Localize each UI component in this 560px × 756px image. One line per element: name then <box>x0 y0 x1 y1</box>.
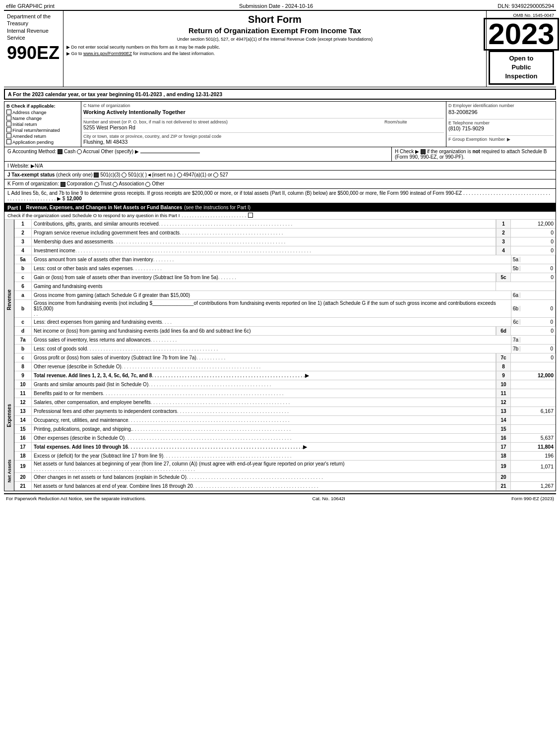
inline-value: 0 <box>520 266 555 271</box>
address-change-label: Address change <box>12 110 47 115</box>
footer-left: For Paperwork Reduction Act Notice, see … <box>6 496 146 501</box>
inline-line-label: 7a <box>511 337 520 343</box>
other-specify-field[interactable] <box>140 153 200 153</box>
row-description: Salaries, other compensation, and employ… <box>32 398 496 407</box>
irs-link[interactable]: www.irs.gov/Form990EZ <box>83 51 132 56</box>
line-ref-box: 16 <box>496 434 511 442</box>
row-description: Total expenses. Add lines 10 through 16 … <box>32 443 496 451</box>
row-number: 1 <box>14 220 32 228</box>
line-ref-box: 21 <box>496 482 511 490</box>
j-note: (check only one) <box>56 172 94 177</box>
name-change-checkbox[interactable] <box>6 116 11 120</box>
line-ref-box: 3 <box>496 237 511 246</box>
amended-return-checkbox[interactable] <box>6 133 11 138</box>
table-row: 9Total revenue. Add lines 1, 2, 3, 4, 5c… <box>14 371 556 380</box>
part1-title-note: (see the instructions for Part I) <box>184 205 250 210</box>
accrual-radio[interactable] <box>77 149 82 154</box>
h-checkbox[interactable] <box>421 149 426 154</box>
revenue-rows: 1Contributions, gifts, grants, and simil… <box>14 220 556 380</box>
row-number: 20 <box>14 473 32 481</box>
amount-cell: 196 <box>511 452 556 460</box>
table-row: bLess: cost or other basis and sales exp… <box>14 264 556 273</box>
row-number: b <box>14 345 32 353</box>
title-section: Department of the Treasury Internal Reve… <box>4 10 556 87</box>
initial-return-label: Initial return <box>12 121 37 127</box>
form-title1: Short Form <box>66 14 483 25</box>
row-number: 6 <box>14 282 32 291</box>
final-return-checkbox[interactable] <box>6 127 11 132</box>
check-amended-return: Amended return <box>6 133 79 139</box>
top-bar-center: Submission Date - 2024-10-16 <box>239 3 313 9</box>
col-def: D Employer identification number 83-2008… <box>446 102 556 147</box>
amount-cell: 11,804 <box>511 443 556 451</box>
address-block: Number and street (or P. O. box, if mail… <box>83 119 381 130</box>
k-trust-radio[interactable] <box>94 182 99 187</box>
open-to-public-box: Open to Public Inspection <box>489 51 554 85</box>
form-instr1: ▶ Do not enter social security numbers o… <box>66 45 483 50</box>
application-pending-checkbox[interactable] <box>6 139 11 144</box>
j-4947-radio[interactable] <box>177 173 182 177</box>
row-number: 4 <box>14 246 32 255</box>
part1-schedule-o-checkbox[interactable] <box>248 213 253 218</box>
j-501c-label: 501(c)( )◄(insert no.) <box>128 172 177 177</box>
row-description: Gross income from fundraising events (no… <box>32 300 511 317</box>
k-trust-label: Trust <box>100 181 113 186</box>
amount-cell <box>511 380 556 389</box>
table-row: 2Program service revenue including gover… <box>14 229 556 237</box>
part1-check-dots: . . . . . . . . . . . . . . . . . . . . … <box>182 213 246 218</box>
row-description: Other expenses (describe in Schedule O) … <box>32 434 496 442</box>
amount-cell: 12,000 <box>511 220 556 228</box>
name-change-label: Name change <box>12 116 42 121</box>
j-501c-radio[interactable] <box>122 173 126 177</box>
row-description: Benefits paid to or for members . . . . … <box>32 389 496 398</box>
inline-line-label: 6c <box>511 319 520 325</box>
address-row: Number and street (or P. O. box, if mail… <box>83 118 444 130</box>
k-other-radio[interactable] <box>145 182 150 187</box>
table-row: 11Benefits paid to or for members . . . … <box>14 389 556 398</box>
net-assets-vert-label: Net Assets <box>4 452 14 491</box>
address-change-checkbox[interactable] <box>6 110 11 115</box>
row-description: Contributions, gifts, grants, and simila… <box>32 220 496 228</box>
amount-cell: 0 <box>511 353 556 362</box>
row-description: Total revenue. Add lines 1, 2, 3, 4, 5c,… <box>32 371 496 380</box>
net-assets-label: Net Assets <box>7 460 12 482</box>
amount-cell: 0 <box>511 237 556 246</box>
phone-label: E Telephone number <box>448 120 554 125</box>
row-description: Professional fees and other payments to … <box>32 407 496 415</box>
final-return-label: Final return/terminated <box>12 127 60 133</box>
j-501c3-checkbox[interactable] <box>94 173 99 177</box>
row-number: 9 <box>14 371 32 380</box>
row-description: Gross sales of inventory, less returns a… <box>32 336 511 344</box>
row-number: 18 <box>14 452 32 460</box>
row-description: Other changes in net assets or fund bala… <box>32 473 496 481</box>
cash-checkbox[interactable] <box>58 149 62 154</box>
j-527-radio[interactable] <box>213 173 218 177</box>
initial-return-checkbox[interactable] <box>6 121 11 126</box>
k-corp-checkbox[interactable] <box>61 182 65 187</box>
inline-line-label: 5b <box>511 266 520 271</box>
table-row: cGross profit or (loss) from sales of in… <box>14 353 556 362</box>
amount-cell: 12,000 <box>511 371 556 380</box>
form-number: 990EZ <box>7 44 60 62</box>
table-row: aGross income from gaming (attach Schedu… <box>14 291 556 300</box>
row-number: 10 <box>14 380 32 389</box>
j-label: J Tax-exempt status <box>7 172 55 177</box>
line-ref-box: 9 <box>496 371 511 380</box>
amount-cell <box>511 362 556 371</box>
col-h: H Check ▶ if the organization is not req… <box>392 147 556 161</box>
part1-title: Revenue, Expenses, and Changes in Net As… <box>26 205 183 210</box>
l-arrow: ▶ $ <box>57 196 65 201</box>
group-label: F Group Exemption Number ▶ <box>448 137 554 142</box>
k-assoc-radio[interactable] <box>113 182 118 187</box>
line-ref-box: 17 <box>496 443 511 451</box>
form-instr2: ▶ Go to www.irs.gov/Form990EZ for instru… <box>66 51 483 56</box>
line-ref-box: 13 <box>496 407 511 415</box>
footer-right: Form 990-EZ (2023) <box>511 496 554 501</box>
inline-value: 0 <box>520 319 555 325</box>
revenue-vert-label: Revenue <box>4 220 14 380</box>
row-number: c <box>14 353 32 362</box>
form-label-col: Department of the Treasury Internal Reve… <box>4 11 63 87</box>
table-row: dNet income or (loss) from gaming and fu… <box>14 327 556 336</box>
table-row: cLess: direct expenses from gaming and f… <box>14 318 556 327</box>
i-label: I Website: ▶N/A <box>7 163 43 169</box>
